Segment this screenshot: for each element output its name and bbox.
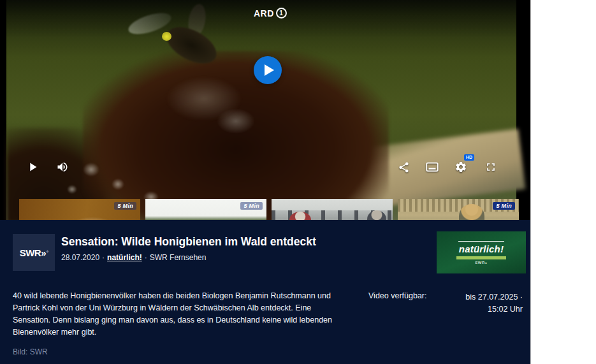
video-thumbnail-1[interactable]: 5 Min: [19, 199, 140, 220]
video-art-honeycomb: [83, 51, 389, 220]
duration-badge: 5 Min: [493, 202, 515, 210]
play-icon: [265, 64, 274, 76]
play-button[interactable]: [24, 159, 41, 175]
brand-sub-logo: SWR»: [475, 261, 487, 265]
image-credit: Bild: SWR: [13, 347, 48, 356]
duration-badge: 5 Min: [114, 202, 136, 210]
volume-icon: [56, 161, 69, 173]
share-button[interactable]: [395, 159, 412, 175]
video-player[interactable]: ARD 1 H: [0, 0, 530, 220]
video-art-bokeh: [67, 185, 77, 194]
show-link[interactable]: natürlich!: [107, 253, 142, 262]
video-thumbnail-2[interactable]: 5 Min: [145, 199, 266, 220]
subtitles-button[interactable]: [424, 159, 440, 175]
video-frame: ARD 1 H: [6, 0, 516, 220]
share-icon: [398, 161, 410, 173]
meta-separator: ·: [145, 253, 147, 262]
broadcast-date: 28.07.2020: [61, 253, 99, 262]
meta-separator: ·: [102, 253, 105, 262]
video-info-panel: SWR»° Sensation: Wilde Honigbienen im Wa…: [0, 220, 530, 364]
availability-time: 15:02 Uhr: [488, 305, 523, 314]
brand-rule: [458, 241, 504, 242]
page-right-edge: [530, 0, 531, 364]
video-description: 40 wild lebende Honigbienenvölker haben …: [13, 290, 349, 339]
video-thumbnail-4[interactable]: 5 Min: [398, 199, 519, 220]
player-controls: HD: [6, 156, 516, 180]
channel-name: SWR Fernsehen: [150, 253, 207, 262]
video-title: Sensation: Wilde Honigbienen im Wald ent…: [61, 235, 316, 249]
volume-button[interactable]: [54, 159, 71, 175]
duration-badge: 5 Min: [240, 202, 263, 210]
gear-icon: [454, 161, 467, 173]
related-videos-strip: 5 Min 5 Min 5 Min: [19, 199, 516, 220]
big-play-button[interactable]: [254, 56, 282, 84]
brand-bar: [456, 256, 506, 259]
swr-channel-logo[interactable]: SWR»°: [13, 234, 55, 271]
fullscreen-icon: [484, 161, 497, 173]
availability-until: bis 27.07.2025 ·: [465, 293, 523, 302]
swr-logo-mark: °: [47, 251, 48, 255]
fullscreen-button[interactable]: [483, 159, 499, 175]
thumbnail-image: [145, 214, 266, 220]
subtitles-icon: [425, 160, 439, 174]
top-gradient-overlay: [6, 0, 516, 38]
ard-logo: ARD 1: [254, 8, 287, 18]
ard-mediathek-page: ARD 1 H: [0, 0, 596, 364]
availability-label: Video verfügbar:: [368, 291, 427, 300]
availability-value: bis 27.07.2025 · 15:02 Uhr: [440, 291, 523, 316]
hd-badge: HD: [464, 154, 474, 161]
swr-logo-text: SWR»: [20, 247, 46, 258]
video-thumbnail-3[interactable]: [272, 199, 393, 220]
video-meta: 28.07.2020·natürlich!·SWR Fernsehen: [61, 253, 206, 262]
video-art-glow: [217, 108, 255, 134]
ard-logo-text: ARD: [254, 8, 274, 18]
brand-name: natürlich!: [459, 244, 504, 254]
natuerlich-brand-tile[interactable]: natürlich! SWR»: [437, 231, 526, 273]
settings-button[interactable]: HD: [453, 159, 469, 175]
ard-one-icon: 1: [276, 8, 287, 18]
play-icon: [25, 160, 40, 174]
